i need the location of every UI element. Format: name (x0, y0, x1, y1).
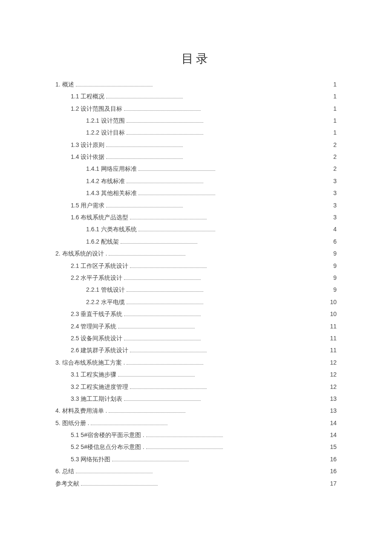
toc-entry[interactable]: 2.2.1 管线设计9 (55, 285, 337, 294)
toc-entry[interactable]: 6. 总结16 (55, 466, 337, 476)
toc-entry[interactable]: 1.6.2 配线架6 (55, 237, 337, 246)
toc-entry-label: 2.6 建筑群子系统设计 (71, 345, 128, 355)
toc-entry[interactable]: 1.4.1 网络应用标准2 (55, 164, 337, 173)
toc-entry[interactable]: 2.2.2 水平电缆10 (55, 297, 337, 307)
toc-entry-page: 11 (328, 322, 337, 331)
toc-entry-page: 16 (328, 466, 337, 476)
toc-entry[interactable]: 1.2 设计范围及目标1 (55, 104, 337, 113)
toc-dots (118, 376, 195, 377)
toc-dots (118, 328, 195, 328)
toc-entry[interactable]: 5.1 5#宿舍楼的平面示意图 .14 (55, 430, 337, 440)
toc-entry[interactable]: 1. 概述1 (55, 80, 337, 89)
toc-entry-label: 1.6.2 配线架 (86, 237, 119, 246)
toc-entry-page: 10 (328, 297, 337, 307)
toc-dots (106, 98, 183, 98)
toc-dots (109, 412, 185, 413)
toc-entry-label: 1.3 设计原则 (71, 140, 104, 150)
toc-entry-label: 2.1 工作区子系统设计 (71, 261, 128, 270)
toc-dots (124, 340, 201, 340)
toc-dots (130, 219, 207, 219)
toc-entry[interactable]: 2.1 工作区子系统设计9 (55, 261, 337, 270)
toc-dots (127, 183, 203, 183)
toc-entry[interactable]: 2.4 管理间子系统11 (55, 322, 337, 331)
toc-entry[interactable]: 2.6 建筑群子系统设计11 (55, 345, 337, 355)
toc-dots (127, 134, 203, 135)
toc-entry-label: 2. 布线系统的设计 . (55, 249, 107, 258)
toc-entry-page: 13 (328, 394, 337, 403)
toc-entry-label: 2.2.1 管线设计 (86, 285, 125, 294)
toc-entry-label: 1.4.1 网络应用标准 (86, 164, 137, 173)
toc-entry-page: 2 (328, 164, 337, 173)
toc-entry[interactable]: 1.4.3 其他相关标准3 (55, 188, 337, 198)
toc-entry[interactable]: 3. 综合布线系统施工方案 .12 (55, 358, 337, 367)
toc-entry-page: 3 (328, 188, 337, 198)
toc-entry[interactable]: 5.3 网络拓扑图16 (55, 454, 337, 464)
toc-entry[interactable]: 1.6.1 六类布线系统4 (55, 224, 337, 234)
toc-entry-label: 3.1 工程实施步骤 (71, 370, 116, 379)
toc-entry-page: 12 (328, 358, 337, 367)
toc-entry[interactable]: 1.2.1 设计范围1 (55, 116, 337, 125)
toc-dots (124, 400, 201, 401)
toc-entry-label: 1.4.2 布线标准 (86, 176, 125, 186)
toc-entry[interactable]: 参考文献17 (55, 479, 337, 488)
toc-entry-label: 5.1 5#宿舍楼的平面示意图 . (71, 430, 144, 440)
toc-entry[interactable]: 1.6 布线系统产品选型3 (55, 213, 337, 222)
toc-entry[interactable]: 1.4.2 布线标准3 (55, 176, 337, 186)
toc-dots (106, 158, 183, 159)
toc-entry-label: 3. 综合布线系统施工方案 . (55, 358, 125, 367)
toc-entry[interactable]: 5. 图纸分册 .14 (55, 418, 337, 428)
toc-entry-label: 1.2.2 设计目标 (86, 128, 125, 137)
toc-dots (124, 316, 201, 316)
toc-dots (106, 147, 183, 147)
toc-entry[interactable]: 4. 材料及费用清单 .13 (55, 406, 337, 415)
toc-dots (109, 255, 185, 256)
toc-entry-page: 6 (328, 237, 337, 246)
toc-entry-label: 2.4 管理间子系统 (71, 322, 116, 331)
toc-entry[interactable]: 2.3 垂直干线子系统10 (55, 309, 337, 319)
toc-entry-page: 9 (328, 249, 337, 258)
toc-entry-label: 1.6.1 六类布线系统 (86, 224, 137, 234)
toc-entry[interactable]: 1.4 设计依据2 (55, 152, 337, 161)
document-page: 目录 1. 概述11.1 工程概况11.2 设计范围及目标11.2.1 设计范围… (0, 0, 392, 555)
toc-entry-label: 1. 概述 (55, 80, 74, 89)
toc-entry-page: 13 (328, 406, 337, 415)
toc-dots (124, 279, 201, 280)
toc-entry-page: 1 (328, 92, 337, 101)
toc-dots (127, 364, 203, 365)
toc-dots (124, 110, 201, 111)
toc-entry-label: 5.3 网络拓扑图 (71, 454, 110, 464)
toc-entry-page: 16 (328, 454, 337, 464)
toc-entry-page: 1 (328, 80, 337, 89)
toc-entry-page: 2 (328, 152, 337, 161)
toc-dots (106, 207, 183, 207)
toc-entry-page: 11 (328, 345, 337, 355)
toc-entry[interactable]: 3.2 工程实施进度管理12 (55, 382, 337, 391)
toc-entry[interactable]: 2.5 设备间系统设计11 (55, 334, 337, 343)
toc-entry-page: 3 (328, 201, 337, 210)
toc-entry-label: 4. 材料及费用清单 . (55, 406, 107, 415)
toc-entry[interactable]: 1.2.2 设计目标1 (55, 128, 337, 137)
toc-entry-page: 12 (328, 370, 337, 379)
toc-entry[interactable]: 2.2 水平子系统设计9 (55, 273, 337, 282)
toc-entry[interactable]: 2. 布线系统的设计 .9 (55, 249, 337, 258)
toc-entry-page: 1 (328, 104, 337, 113)
toc-entry[interactable]: 5.2 5#楼信息点分布示意图 .15 (55, 442, 337, 451)
toc-dots (127, 304, 203, 304)
toc-entry-label: 5.2 5#楼信息点分布示意图 . (71, 442, 144, 451)
toc-entry[interactable]: 3.3 施工工期计划表13 (55, 394, 337, 403)
toc-dots (138, 195, 215, 195)
toc-entry-label: 2.5 设备间系统设计 (71, 334, 122, 343)
toc-title: 目录 (55, 51, 337, 67)
toc-entry[interactable]: 1.1 工程概况1 (55, 92, 337, 101)
toc-dots (130, 352, 207, 352)
toc-entry[interactable]: 3.1 工程实施步骤12 (55, 370, 337, 379)
toc-entry-page: 3 (328, 176, 337, 186)
toc-entry-label: 3.3 施工工期计划表 (71, 394, 122, 403)
toc-entry-page: 17 (328, 479, 337, 488)
toc-entry-label: 2.2.2 水平电缆 (86, 297, 125, 307)
toc-dots (127, 122, 203, 123)
toc-entry[interactable]: 1.3 设计原则2 (55, 140, 337, 150)
toc-entry-page: 14 (328, 418, 337, 428)
toc-entry[interactable]: 1.5 用户需求3 (55, 201, 337, 210)
toc-entry-label: 1.2.1 设计范围 (86, 116, 125, 125)
